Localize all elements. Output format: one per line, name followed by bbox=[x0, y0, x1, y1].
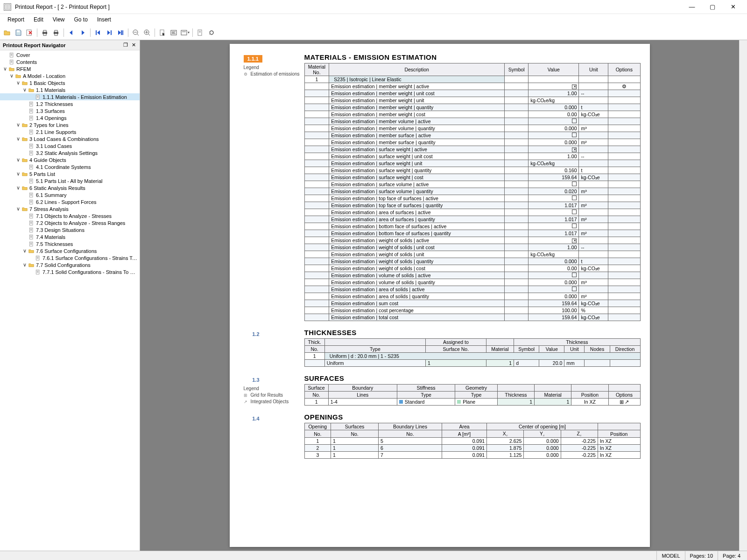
svg-rect-89 bbox=[29, 221, 33, 225]
materials-table: MaterialNo.DescriptionSymbolValueUnitOpt… bbox=[304, 63, 641, 321]
menu-insert[interactable]: Insert bbox=[92, 15, 116, 24]
openings-table: OpeningSurfacesBoundary LinesAreaCenter … bbox=[304, 423, 641, 459]
tree-item[interactable]: 3.1 Load Cases bbox=[0, 142, 140, 149]
prev-page-icon[interactable] bbox=[66, 28, 77, 38]
tree-item[interactable]: 3.2 Static Analysis Settings bbox=[0, 149, 140, 156]
folder-icon bbox=[21, 122, 28, 128]
svg-rect-105 bbox=[36, 256, 39, 260]
tree-item[interactable]: 5.1 Parts List - All by Material bbox=[0, 177, 140, 184]
navigator-close-icon[interactable]: ✕ bbox=[130, 42, 137, 49]
tree-item[interactable]: ∨1 Basic Objects bbox=[0, 79, 140, 86]
maximize-button[interactable]: ▢ bbox=[702, 0, 723, 14]
tree-item[interactable]: 6.2 Lines - Support Forces bbox=[0, 198, 140, 205]
tree-item[interactable]: ∨6 Static Analysis Results bbox=[0, 184, 140, 191]
tree-item[interactable]: ∨RFEM bbox=[0, 65, 140, 72]
svg-rect-15 bbox=[122, 30, 123, 35]
svg-rect-10 bbox=[55, 30, 57, 32]
svg-rect-28 bbox=[181, 30, 187, 35]
edit-content-icon[interactable] bbox=[169, 28, 179, 38]
vertical-scrollbar[interactable] bbox=[739, 40, 747, 551]
document-icon bbox=[35, 94, 41, 100]
tree-item[interactable]: 4.1 Coordinate Systems bbox=[0, 163, 140, 170]
document-icon bbox=[28, 192, 35, 198]
status-pages: Pages: 10 bbox=[685, 551, 718, 560]
zoom-in-icon[interactable] bbox=[142, 28, 152, 38]
next-page-icon[interactable] bbox=[78, 28, 88, 38]
folder-icon bbox=[21, 171, 28, 177]
tree-item[interactable]: 1.4 Openings bbox=[0, 114, 140, 121]
svg-rect-65 bbox=[29, 151, 33, 155]
svg-rect-45 bbox=[29, 102, 33, 106]
svg-rect-49 bbox=[29, 109, 33, 113]
menu-go-to[interactable]: Go to bbox=[70, 15, 92, 24]
svg-rect-11 bbox=[55, 34, 57, 35]
print-icon[interactable] bbox=[40, 28, 50, 38]
svg-rect-57 bbox=[29, 130, 33, 134]
tree-item[interactable]: ∨7.7 Solid Configurations bbox=[0, 261, 140, 268]
document-icon bbox=[28, 227, 35, 233]
tree-item[interactable]: 1.2 Thicknesses bbox=[0, 100, 140, 107]
svg-rect-69 bbox=[29, 165, 33, 169]
document-icon bbox=[28, 143, 35, 149]
zoom-out-icon[interactable] bbox=[131, 28, 141, 38]
close-button[interactable]: ✕ bbox=[723, 0, 743, 14]
goto-page-icon[interactable] bbox=[115, 28, 126, 38]
print2-icon[interactable] bbox=[51, 28, 61, 38]
tree-item[interactable]: 7.6.1 Surface Configurations - Strains T… bbox=[0, 254, 140, 261]
tree-item[interactable]: ∨3 Load Cases & Combinations bbox=[0, 135, 140, 142]
page-setup-icon[interactable]: ▾ bbox=[180, 28, 190, 38]
tree-item[interactable]: 7.3 Design Situations bbox=[0, 226, 140, 233]
folder-icon bbox=[15, 73, 21, 79]
insert-block-icon[interactable] bbox=[195, 28, 205, 38]
tree-item[interactable]: ∨5 Parts List bbox=[0, 170, 140, 177]
close-doc-icon[interactable] bbox=[24, 28, 35, 38]
refresh-icon[interactable] bbox=[206, 28, 217, 38]
app-icon bbox=[4, 3, 11, 11]
thicknesses-table: Thick.Assigned toThicknessNo.TypeSurface… bbox=[304, 338, 641, 367]
save-icon[interactable] bbox=[13, 28, 23, 38]
tree-item[interactable]: 7.2 Objects to Analyze - Stress Ranges bbox=[0, 219, 140, 226]
svg-rect-85 bbox=[29, 214, 33, 218]
svg-rect-73 bbox=[29, 179, 33, 183]
document-icon bbox=[8, 59, 15, 65]
tree-item[interactable]: ∨7 Stress Analysis bbox=[0, 205, 140, 212]
menu-edit[interactable]: Edit bbox=[29, 15, 48, 24]
tree-item[interactable]: 7.7.1 Solid Configurations - Strains To … bbox=[0, 268, 140, 275]
document-icon bbox=[28, 129, 35, 135]
document-icon bbox=[8, 52, 15, 58]
navigator-float-icon[interactable]: ❐ bbox=[122, 42, 129, 49]
tree-item[interactable]: 2.1 Line Supports bbox=[0, 128, 140, 135]
navigator-tree[interactable]: CoverContents∨RFEM∨A Model - Location∨1 … bbox=[0, 50, 140, 551]
tree-item[interactable]: 7.5 Thicknesses bbox=[0, 240, 140, 247]
svg-rect-101 bbox=[29, 242, 33, 246]
document-icon bbox=[28, 220, 35, 226]
tree-item[interactable]: ∨7.6 Surface Configurations bbox=[0, 247, 140, 254]
section-badge: 1.1.1 bbox=[244, 55, 262, 63]
open-icon[interactable] bbox=[2, 28, 12, 38]
document-icon bbox=[28, 115, 35, 121]
tree-item[interactable]: ∨1.1 Materials bbox=[0, 86, 140, 93]
menu-view[interactable]: View bbox=[48, 15, 70, 24]
svg-line-20 bbox=[148, 34, 150, 35]
tree-item[interactable]: Contents bbox=[0, 58, 140, 65]
tree-item[interactable]: ∨4 Guide Objects bbox=[0, 156, 140, 163]
tree-item[interactable]: 6.1 Summary bbox=[0, 191, 140, 198]
tree-item[interactable]: 7.1 Objects to Analyze - Stresses bbox=[0, 212, 140, 219]
tree-item[interactable]: 1.1.1 Materials - Emission Estimation bbox=[0, 93, 140, 100]
document-icon bbox=[28, 241, 35, 247]
menubar: ReportEditViewGo toInsert bbox=[0, 14, 747, 25]
document-icon bbox=[28, 178, 35, 184]
tree-item[interactable]: Cover bbox=[0, 51, 140, 58]
tree-item[interactable]: ∨A Model - Location bbox=[0, 72, 140, 79]
first-page-icon[interactable] bbox=[93, 28, 103, 38]
minimize-button[interactable]: — bbox=[682, 0, 702, 14]
tree-item[interactable]: ∨2 Types for Lines bbox=[0, 121, 140, 128]
selection-icon[interactable] bbox=[157, 28, 168, 38]
svg-rect-53 bbox=[29, 116, 33, 120]
report-viewport[interactable]: 1.1.1 Legend ⚙Estimation of emissions MA… bbox=[140, 40, 747, 551]
tree-item[interactable]: 7.4 Materials bbox=[0, 233, 140, 240]
tree-item[interactable]: 1.3 Surfaces bbox=[0, 107, 140, 114]
titlebar: Printout Report - [ 2 - Printout Report … bbox=[0, 0, 747, 14]
last-page-icon[interactable] bbox=[104, 28, 114, 38]
menu-report[interactable]: Report bbox=[3, 15, 29, 24]
